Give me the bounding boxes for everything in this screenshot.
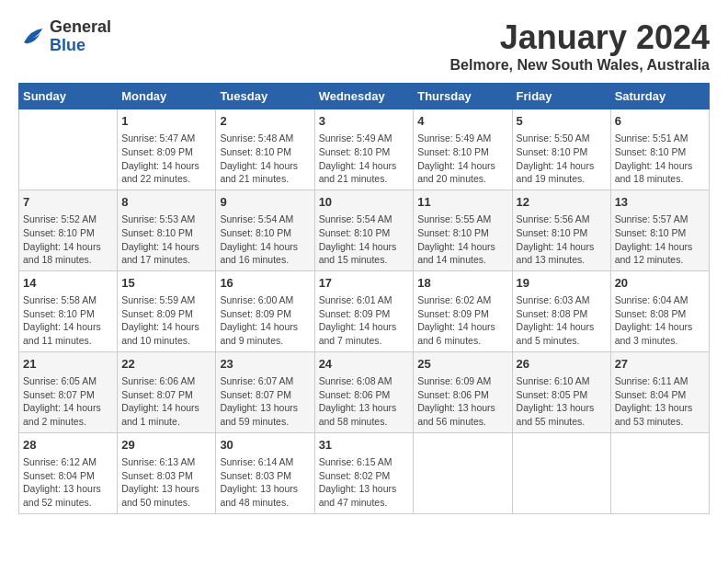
day-number: 26 [517,356,607,373]
day-header-tuesday: Tuesday [216,84,314,109]
day-number: 1 [121,113,211,130]
day-info: Sunrise: 5:52 AM Sunset: 8:10 PM Dayligh… [23,213,113,267]
calendar-cell: 31Sunrise: 6:15 AM Sunset: 8:02 PM Dayli… [314,432,414,513]
day-number: 8 [121,194,211,211]
logo-icon [18,23,46,51]
day-header-friday: Friday [512,84,610,109]
calendar-cell: 30Sunrise: 6:14 AM Sunset: 8:03 PM Dayli… [216,432,314,513]
calendar-cell: 23Sunrise: 6:07 AM Sunset: 8:07 PM Dayli… [216,351,314,432]
calendar-cell: 1Sunrise: 5:47 AM Sunset: 8:09 PM Daylig… [118,109,216,190]
calendar-cell: 29Sunrise: 6:13 AM Sunset: 8:03 PM Dayli… [118,432,216,513]
day-info: Sunrise: 6:15 AM Sunset: 8:02 PM Dayligh… [319,455,410,510]
day-info: Sunrise: 5:57 AM Sunset: 8:10 PM Dayligh… [615,213,705,267]
day-number: 30 [220,437,310,454]
day-info: Sunrise: 5:49 AM Sunset: 8:10 PM Dayligh… [417,132,507,186]
day-number: 24 [319,356,410,373]
day-info: Sunrise: 5:51 AM Sunset: 8:10 PM Dayligh… [615,132,705,186]
day-info: Sunrise: 5:48 AM Sunset: 8:10 PM Dayligh… [220,132,310,186]
day-number: 27 [615,356,705,373]
day-number: 12 [517,194,607,211]
calendar-cell: 26Sunrise: 6:10 AM Sunset: 8:05 PM Dayli… [512,351,610,432]
calendar-cell [610,432,709,513]
day-info: Sunrise: 5:47 AM Sunset: 8:09 PM Dayligh… [121,132,211,186]
calendar-cell: 18Sunrise: 6:02 AM Sunset: 8:09 PM Dayli… [414,270,512,351]
calendar-cell: 14Sunrise: 5:58 AM Sunset: 8:10 PM Dayli… [19,270,118,351]
calendar-week-4: 21Sunrise: 6:05 AM Sunset: 8:07 PM Dayli… [19,351,710,432]
calendar-cell: 15Sunrise: 5:59 AM Sunset: 8:09 PM Dayli… [118,270,216,351]
calendar-cell: 7Sunrise: 5:52 AM Sunset: 8:10 PM Daylig… [19,190,118,270]
calendar-cell: 20Sunrise: 6:04 AM Sunset: 8:08 PM Dayli… [610,270,709,351]
day-header-saturday: Saturday [610,84,709,109]
day-header-wednesday: Wednesday [314,84,414,109]
header: General Blue January 2024 Belmore, New S… [18,18,710,74]
day-info: Sunrise: 6:01 AM Sunset: 8:09 PM Dayligh… [319,293,410,348]
day-header-sunday: Sunday [19,84,118,109]
day-number: 7 [23,194,113,211]
day-number: 2 [220,113,310,130]
calendar-cell: 11Sunrise: 5:55 AM Sunset: 8:10 PM Dayli… [414,190,512,270]
day-info: Sunrise: 5:56 AM Sunset: 8:10 PM Dayligh… [517,213,607,267]
calendar-cell: 5Sunrise: 5:50 AM Sunset: 8:10 PM Daylig… [512,109,610,190]
day-number: 6 [615,113,705,130]
day-number: 10 [319,194,410,211]
calendar-week-3: 14Sunrise: 5:58 AM Sunset: 8:10 PM Dayli… [19,270,710,351]
main-title: January 2024 [450,18,710,57]
day-header-thursday: Thursday [414,84,512,109]
calendar-cell: 24Sunrise: 6:08 AM Sunset: 8:06 PM Dayli… [314,351,414,432]
day-header-monday: Monday [118,84,216,109]
day-number: 14 [23,275,113,292]
day-info: Sunrise: 6:14 AM Sunset: 8:03 PM Dayligh… [220,455,310,510]
day-info: Sunrise: 6:02 AM Sunset: 8:09 PM Dayligh… [417,293,507,348]
calendar-week-1: 1Sunrise: 5:47 AM Sunset: 8:09 PM Daylig… [19,109,710,190]
subtitle: Belmore, New South Wales, Australia [450,57,710,74]
day-info: Sunrise: 6:06 AM Sunset: 8:07 PM Dayligh… [121,374,211,429]
day-info: Sunrise: 6:13 AM Sunset: 8:03 PM Dayligh… [121,455,211,510]
calendar-cell [512,432,610,513]
day-info: Sunrise: 5:54 AM Sunset: 8:10 PM Dayligh… [319,213,410,267]
day-info: Sunrise: 6:00 AM Sunset: 8:09 PM Dayligh… [220,293,310,348]
day-info: Sunrise: 5:49 AM Sunset: 8:10 PM Dayligh… [319,132,410,186]
day-number: 21 [23,356,113,373]
day-info: Sunrise: 6:03 AM Sunset: 8:08 PM Dayligh… [517,293,607,348]
title-area: January 2024 Belmore, New South Wales, A… [450,18,710,74]
calendar-cell: 4Sunrise: 5:49 AM Sunset: 8:10 PM Daylig… [414,109,512,190]
calendar-table: SundayMondayTuesdayWednesdayThursdayFrid… [18,83,710,514]
day-number: 16 [220,275,310,292]
day-number: 19 [517,275,607,292]
calendar-cell: 13Sunrise: 5:57 AM Sunset: 8:10 PM Dayli… [610,190,709,270]
day-info: Sunrise: 5:50 AM Sunset: 8:10 PM Dayligh… [517,132,607,186]
day-number: 22 [121,356,211,373]
day-info: Sunrise: 6:10 AM Sunset: 8:05 PM Dayligh… [517,374,607,429]
day-number: 3 [319,113,410,130]
day-number: 31 [319,437,410,454]
day-info: Sunrise: 6:05 AM Sunset: 8:07 PM Dayligh… [23,374,113,429]
calendar-week-5: 28Sunrise: 6:12 AM Sunset: 8:04 PM Dayli… [19,432,710,513]
calendar-cell: 3Sunrise: 5:49 AM Sunset: 8:10 PM Daylig… [314,109,414,190]
day-info: Sunrise: 5:54 AM Sunset: 8:10 PM Dayligh… [220,213,310,267]
calendar-cell: 16Sunrise: 6:00 AM Sunset: 8:09 PM Dayli… [216,270,314,351]
calendar-cell: 9Sunrise: 5:54 AM Sunset: 8:10 PM Daylig… [216,190,314,270]
day-info: Sunrise: 5:53 AM Sunset: 8:10 PM Dayligh… [121,213,211,267]
day-number: 9 [220,194,310,211]
day-number: 5 [517,113,607,130]
day-number: 18 [417,275,507,292]
calendar-cell: 8Sunrise: 5:53 AM Sunset: 8:10 PM Daylig… [118,190,216,270]
header-row: SundayMondayTuesdayWednesdayThursdayFrid… [19,84,710,109]
calendar-cell: 19Sunrise: 6:03 AM Sunset: 8:08 PM Dayli… [512,270,610,351]
calendar-cell [19,109,118,190]
day-info: Sunrise: 6:07 AM Sunset: 8:07 PM Dayligh… [220,374,310,429]
day-info: Sunrise: 5:59 AM Sunset: 8:09 PM Dayligh… [121,293,211,348]
calendar-cell: 27Sunrise: 6:11 AM Sunset: 8:04 PM Dayli… [610,351,709,432]
day-number: 28 [23,437,113,454]
calendar-cell: 25Sunrise: 6:09 AM Sunset: 8:06 PM Dayli… [414,351,512,432]
day-info: Sunrise: 6:11 AM Sunset: 8:04 PM Dayligh… [615,374,705,429]
day-info: Sunrise: 6:04 AM Sunset: 8:08 PM Dayligh… [615,293,705,348]
calendar-cell: 22Sunrise: 6:06 AM Sunset: 8:07 PM Dayli… [118,351,216,432]
day-number: 20 [615,275,705,292]
calendar-cell: 17Sunrise: 6:01 AM Sunset: 8:09 PM Dayli… [314,270,414,351]
day-number: 15 [121,275,211,292]
day-number: 25 [417,356,507,373]
logo-text: General Blue [50,18,111,55]
day-info: Sunrise: 6:12 AM Sunset: 8:04 PM Dayligh… [23,455,113,510]
calendar-cell: 12Sunrise: 5:56 AM Sunset: 8:10 PM Dayli… [512,190,610,270]
